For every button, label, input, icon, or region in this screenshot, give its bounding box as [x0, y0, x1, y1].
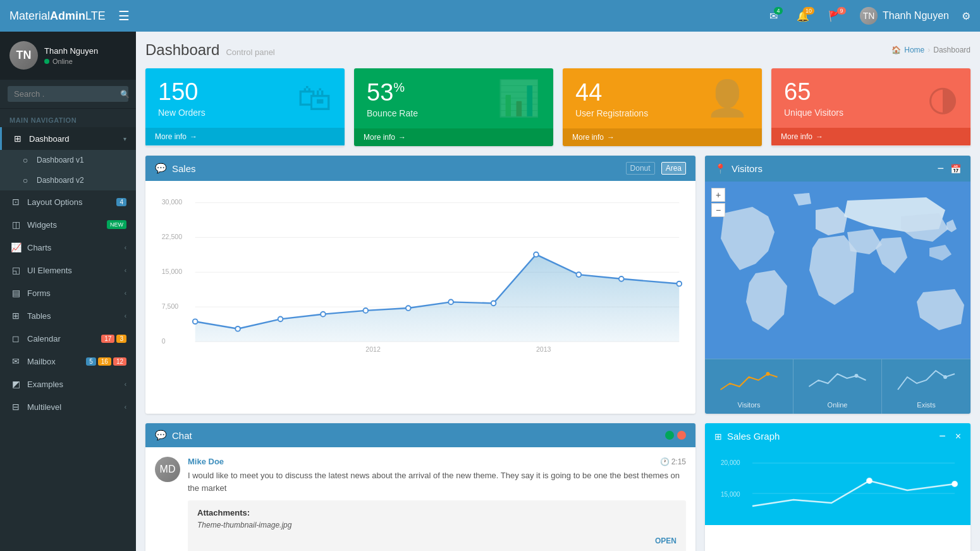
page-title: Dashboard — [145, 41, 219, 59]
stat-footer-orders[interactable]: More info → — [145, 128, 345, 145]
more-info-bounce: More info — [364, 133, 395, 142]
search-input-wrap: 🔍 — [8, 86, 128, 102]
unique-icon: ◑ — [928, 78, 958, 118]
chevron-right-icon-examples: ‹ — [125, 381, 126, 388]
breadcrumb-current: Dashboard — [933, 46, 971, 54]
visitors-title-text: Visitors — [732, 163, 763, 174]
stat-footer-registrations[interactable]: More info → — [563, 128, 762, 146]
page-title-wrap: Dashboard Control panel — [145, 41, 275, 59]
sidebar-item-calendar[interactable]: ◻ Calendar 17 3 — [0, 327, 136, 350]
flags-button[interactable]: 🚩 9 — [822, 7, 847, 25]
svg-point-15 — [278, 317, 283, 322]
sidebar-item-forms[interactable]: ▤ Forms ‹ — [0, 282, 136, 304]
breadcrumb-home[interactable]: Home — [904, 46, 924, 54]
visitor-stat-exists: Exists — [882, 359, 971, 414]
online-mini-chart — [799, 364, 876, 396]
chat-sender-name[interactable]: Mike Doe — [188, 457, 224, 466]
charts-row: 💬 Sales Donut Area 30,000 22,500 — [145, 156, 971, 414]
svg-point-16 — [321, 312, 326, 317]
svg-point-14 — [235, 326, 240, 331]
chat-content: Mike Doe 🕐 2:15 I would like to meet you… — [188, 457, 686, 551]
area-button[interactable]: Area — [661, 162, 686, 175]
search-box: 🔍 — [0, 80, 136, 109]
stat-card-body-registrations: 44 User Registrations 👤 — [563, 68, 762, 128]
calendar-icon[interactable]: 📅 — [950, 164, 961, 174]
mailbox-badge-blue: 5 — [86, 357, 96, 366]
navbar-right: ✉ 4 🔔 10 🚩 9 TN Thanh Nguyen ⚙ — [763, 4, 971, 28]
zoom-in-button[interactable]: + — [711, 188, 725, 202]
sidebar-item-examples[interactable]: ◩ Examples ‹ — [0, 373, 136, 395]
sales-graph-close-icon[interactable]: × — [955, 431, 961, 442]
gear-icon[interactable]: ⚙ — [962, 10, 971, 22]
minimize-icon[interactable]: − — [937, 162, 944, 175]
sidebar-item-tables[interactable]: ⊞ Tables ‹ — [0, 304, 136, 327]
sales-chart-wrap: 30,000 22,500 15,000 7,500 0 — [152, 187, 689, 364]
svg-point-22 — [577, 272, 582, 277]
sidebar-item-label-layout: Layout Options — [27, 197, 82, 207]
chat-text: I would like to meet you to discuss the … — [188, 469, 686, 494]
calendar-badge-red: 17 — [101, 335, 114, 343]
status-text: Online — [52, 58, 73, 65]
chat-box-actions — [665, 431, 686, 440]
sidebar-item-dashboard[interactable]: ⊞ Dashboard ▾ — [0, 127, 136, 150]
mailbox-badge-yellow: 16 — [98, 357, 111, 366]
stat-card-left-orders: 150 New Orders — [158, 78, 205, 118]
chat-dot-red[interactable] — [677, 431, 686, 440]
stat-number-unique: 65 — [784, 78, 843, 106]
svg-text:15,000: 15,000 — [162, 268, 182, 275]
zoom-out-button[interactable]: − — [711, 203, 725, 217]
stat-card-registrations: 44 User Registrations 👤 More info → — [563, 68, 762, 146]
sidebar-item-dashboard-v1[interactable]: ○ Dashboard v1 — [0, 150, 136, 170]
open-attachment-button[interactable]: OPEN — [655, 536, 677, 545]
sales-chart-actions: Donut Area — [626, 162, 686, 175]
svg-point-33 — [952, 481, 957, 486]
menu-toggle-button[interactable]: ☰ — [115, 5, 133, 27]
sales-graph-title: ⊞ Sales Graph — [714, 431, 780, 442]
stat-card-body-orders: 150 New Orders 🛍 — [145, 68, 345, 128]
donut-button[interactable]: Donut — [626, 162, 655, 175]
chat-box: 💬 Chat MD Mike — [145, 423, 695, 551]
mailbox-badge-red: 12 — [113, 357, 126, 366]
user-menu[interactable]: TN Thanh Nguyen — [854, 4, 955, 28]
search-input[interactable] — [14, 89, 120, 99]
calendar-icon: ◻ — [9, 333, 22, 344]
sidebar-item-layout-options[interactable]: ⊡ Layout Options 4 — [0, 190, 136, 213]
dashboard-icon: ⊞ — [11, 133, 24, 144]
sales-graph-actions: − × — [939, 430, 961, 443]
sidebar-item-ui-elements[interactable]: ◱ UI Elements ‹ — [0, 259, 136, 282]
stat-footer-bounce[interactable]: More info → — [354, 128, 553, 146]
messages-button[interactable]: ✉ 4 — [763, 7, 784, 25]
arrow-icon-unique: → — [816, 132, 823, 141]
chat-time: 🕐 2:15 — [660, 457, 686, 466]
mailbox-icon: ✉ — [9, 356, 22, 366]
charts-icon: 📈 — [9, 242, 22, 252]
visitors-box: 📍 Visitors − 📅 + − — [705, 156, 971, 414]
chevron-right-icon-forms: ‹ — [125, 290, 126, 297]
search-icon[interactable]: 🔍 — [120, 90, 130, 99]
svg-point-24 — [677, 282, 682, 287]
svg-point-32 — [867, 478, 872, 483]
user-status: Online — [44, 58, 98, 65]
stat-card-orders: 150 New Orders 🛍 More info → — [145, 68, 345, 146]
user-info: Thanh Nguyen Online — [44, 46, 98, 65]
widgets-badge: NEW — [107, 220, 126, 229]
sidebar-item-charts[interactable]: 📈 Charts ‹ — [0, 236, 136, 259]
tables-icon: ⊞ — [9, 311, 22, 321]
sidebar-item-widgets[interactable]: ◫ Widgets NEW — [0, 213, 136, 236]
sidebar-item-mailbox[interactable]: ✉ Mailbox 5 16 12 — [0, 350, 136, 373]
sidebar-item-label-mailbox: Mailbox — [27, 357, 56, 366]
sidebar-item-dashboard-v2[interactable]: ○ Dashboard v2 — [0, 170, 136, 190]
sidebar-item-multilevel[interactable]: ⊟ Multilevel ‹ — [0, 395, 136, 418]
chat-dot-green[interactable] — [665, 431, 674, 440]
map-controls: + − — [711, 188, 725, 217]
avatar-face-large: TN — [9, 41, 38, 70]
multilevel-icon: ⊟ — [9, 402, 22, 412]
stat-footer-unique[interactable]: More info → — [771, 128, 971, 145]
svg-point-13 — [193, 319, 198, 324]
chat-message: MD Mike Doe 🕐 2:15 I would — [155, 457, 686, 551]
sidebar-item-label-dashboard-v2: Dashboard v2 — [37, 176, 84, 185]
sidebar-user-name: Thanh Nguyen — [44, 46, 98, 56]
stat-card-left-registrations: 44 User Registrations — [575, 79, 648, 118]
sales-graph-minimize-icon[interactable]: − — [939, 430, 946, 443]
notifications-button[interactable]: 🔔 10 — [790, 7, 816, 25]
